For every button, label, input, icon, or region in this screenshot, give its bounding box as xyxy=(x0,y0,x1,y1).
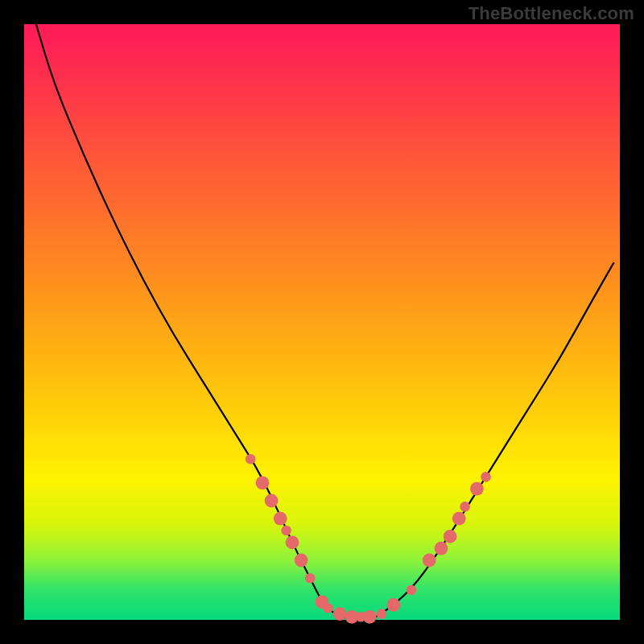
curve-marker xyxy=(444,530,457,543)
bottleneck-curve xyxy=(36,24,614,620)
curve-marker xyxy=(386,598,400,612)
curve-marker xyxy=(363,610,377,624)
curve-marker xyxy=(460,502,470,512)
curve-marker xyxy=(377,609,387,619)
curve-marker xyxy=(274,512,287,526)
curve-marker xyxy=(435,542,448,555)
curve-marker xyxy=(286,535,299,549)
brand-watermark: TheBottleneck.com xyxy=(469,3,634,24)
curve-marker xyxy=(423,554,436,568)
curve-marker xyxy=(265,494,279,508)
curve-marker xyxy=(305,573,316,584)
curve-marker xyxy=(281,526,291,536)
curve-marker xyxy=(323,603,333,613)
curve-marker xyxy=(246,454,256,464)
curve-marker xyxy=(333,607,347,621)
curve-marker xyxy=(256,476,270,489)
curve-marker xyxy=(481,472,491,482)
curve-marker xyxy=(407,585,417,596)
curve-marker xyxy=(295,554,308,568)
curve-markers xyxy=(246,454,491,624)
curve-marker xyxy=(452,512,466,526)
plot-area xyxy=(24,24,620,620)
chart-svg xyxy=(24,24,620,620)
chart-frame: TheBottleneck.com xyxy=(0,0,644,644)
curve-marker xyxy=(470,482,484,496)
